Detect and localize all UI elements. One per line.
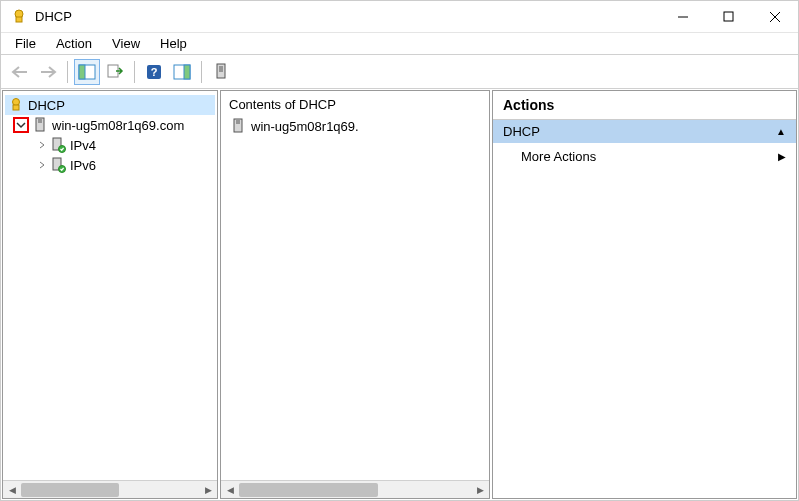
close-button[interactable]: [752, 1, 798, 33]
scroll-track[interactable]: [239, 481, 471, 499]
actions-group-label: DHCP: [503, 124, 540, 139]
menu-action[interactable]: Action: [46, 34, 102, 53]
toolbar-separator: [134, 61, 135, 83]
tree-node-ipv4[interactable]: IPv4: [5, 135, 215, 155]
actions-group-header[interactable]: DHCP ▲: [493, 120, 796, 143]
tree-node-dhcp[interactable]: DHCP: [5, 95, 215, 115]
maximize-button[interactable]: [706, 1, 752, 33]
tree-pane: DHCP win-ug5m08r1q69.com IPv4: [2, 90, 218, 499]
scroll-thumb[interactable]: [21, 483, 119, 497]
show-hide-action-pane-button[interactable]: [169, 59, 195, 85]
tree-root: DHCP win-ug5m08r1q69.com IPv4: [3, 91, 217, 480]
list-item-label: win-ug5m08r1q69.: [251, 119, 359, 134]
titlebar: DHCP: [1, 1, 798, 33]
window-title: DHCP: [35, 9, 72, 24]
menu-view[interactable]: View: [102, 34, 150, 53]
server-icon-button[interactable]: [208, 59, 234, 85]
scroll-left-arrow[interactable]: ◀: [221, 481, 239, 499]
svg-rect-12: [184, 65, 190, 79]
menubar: File Action View Help: [1, 33, 798, 55]
list-item[interactable]: win-ug5m08r1q69.: [229, 116, 481, 136]
help-button[interactable]: ?: [141, 59, 167, 85]
scroll-right-arrow[interactable]: ▶: [199, 481, 217, 499]
contents-header: Contents of DHCP: [221, 91, 489, 114]
tree-node-server[interactable]: win-ug5m08r1q69.com: [5, 115, 215, 135]
main-area: DHCP win-ug5m08r1q69.com IPv4: [1, 89, 798, 500]
svg-text:?: ?: [151, 66, 158, 78]
svg-rect-3: [724, 12, 733, 21]
show-hide-console-tree-button[interactable]: [74, 59, 100, 85]
tree-node-label: DHCP: [28, 98, 65, 113]
actions-item-label: More Actions: [521, 149, 596, 164]
tree-node-ipv6[interactable]: IPv6: [5, 155, 215, 175]
toolbar: ?: [1, 55, 798, 89]
contents-list: win-ug5m08r1q69.: [221, 114, 489, 480]
scroll-left-arrow[interactable]: ◀: [3, 481, 21, 499]
contents-horizontal-scrollbar[interactable]: ◀ ▶: [221, 480, 489, 498]
tree-node-label: win-ug5m08r1q69.com: [52, 118, 184, 133]
svg-rect-7: [79, 65, 85, 79]
forward-button[interactable]: [35, 59, 61, 85]
actions-more-actions[interactable]: More Actions ▶: [493, 143, 796, 170]
minimize-button[interactable]: [660, 1, 706, 33]
server-icon: [31, 116, 49, 134]
tree-expander-highlighted[interactable]: [13, 117, 29, 133]
server-icon: [229, 117, 247, 135]
collapse-icon: ▲: [776, 126, 786, 137]
tree-node-label: IPv6: [70, 158, 96, 173]
menu-file[interactable]: File: [5, 34, 46, 53]
tree-expander[interactable]: [35, 138, 49, 152]
ipv6-icon: [49, 156, 67, 174]
tree-node-label: IPv4: [70, 138, 96, 153]
svg-rect-1: [16, 17, 22, 22]
back-button[interactable]: [7, 59, 33, 85]
export-list-button[interactable]: [102, 59, 128, 85]
tree-horizontal-scrollbar[interactable]: ◀ ▶: [3, 480, 217, 498]
ipv4-icon: [49, 136, 67, 154]
menu-help[interactable]: Help: [150, 34, 197, 53]
svg-point-17: [13, 99, 20, 106]
scroll-right-arrow[interactable]: ▶: [471, 481, 489, 499]
contents-pane: Contents of DHCP win-ug5m08r1q69. ◀ ▶: [220, 90, 490, 499]
dhcp-icon: [7, 96, 25, 114]
window-controls: [660, 1, 798, 33]
actions-pane: Actions DHCP ▲ More Actions ▶: [492, 90, 797, 499]
dhcp-app-icon: [9, 7, 29, 27]
svg-rect-18: [13, 105, 19, 110]
submenu-icon: ▶: [778, 151, 786, 162]
tree-expander[interactable]: [35, 158, 49, 172]
actions-header: Actions: [493, 91, 796, 120]
toolbar-separator: [201, 61, 202, 83]
scroll-thumb[interactable]: [239, 483, 378, 497]
scroll-track[interactable]: [21, 481, 199, 499]
toolbar-separator: [67, 61, 68, 83]
